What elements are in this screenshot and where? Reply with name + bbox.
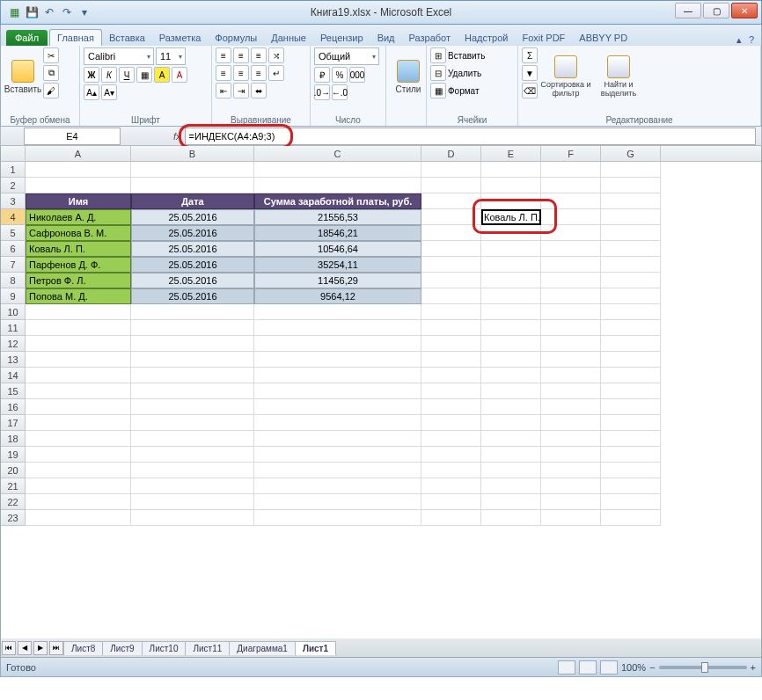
cell[interactable] — [481, 383, 541, 399]
cell[interactable] — [254, 510, 421, 526]
cell[interactable]: Парфенов Д. Ф. — [26, 257, 131, 273]
cell[interactable]: Дата — [131, 193, 254, 209]
cell[interactable] — [131, 352, 254, 368]
cell[interactable] — [601, 510, 661, 526]
cell[interactable] — [541, 336, 601, 352]
cell[interactable] — [421, 288, 481, 304]
font-color-button[interactable]: A — [172, 67, 187, 83]
border-button[interactable]: ▦ — [136, 67, 152, 83]
zoom-out-button[interactable]: − — [649, 662, 655, 673]
sheet-tab[interactable]: Диаграмма1 — [229, 641, 296, 655]
sheet-tab[interactable]: Лист10 — [142, 641, 187, 655]
cell[interactable] — [254, 494, 421, 510]
select-all-corner[interactable] — [1, 146, 26, 161]
cell[interactable] — [421, 431, 481, 447]
cell[interactable]: 25.05.2016 — [131, 288, 254, 304]
row-header[interactable]: 13 — [1, 352, 26, 368]
percent-icon[interactable]: % — [332, 67, 348, 83]
cell[interactable] — [421, 399, 481, 415]
cell[interactable] — [421, 352, 481, 368]
tab-abbyy[interactable]: ABBYY PD — [572, 30, 634, 46]
currency-icon[interactable]: ₽ — [314, 67, 330, 83]
cell[interactable] — [481, 193, 541, 209]
row-header[interactable]: 11 — [1, 320, 26, 336]
cell[interactable] — [26, 399, 131, 415]
tab-view[interactable]: Вид — [370, 30, 402, 46]
tab-data[interactable]: Данные — [264, 30, 313, 46]
sheet-tab-active[interactable]: Лист1 — [295, 641, 336, 655]
cell[interactable]: 25.05.2016 — [131, 225, 254, 241]
cell[interactable] — [131, 336, 254, 352]
cell[interactable] — [541, 431, 601, 447]
cell[interactable] — [254, 162, 421, 178]
cell[interactable] — [26, 162, 131, 178]
cell[interactable] — [421, 510, 481, 526]
row-header[interactable]: 4 — [1, 209, 26, 225]
copy-icon[interactable]: ⧉ — [43, 65, 59, 81]
align-right-icon[interactable]: ≡ — [251, 65, 267, 81]
number-format-combo[interactable]: Общий — [314, 47, 379, 65]
col-header-B[interactable]: B — [131, 146, 254, 161]
undo-icon[interactable]: ↶ — [41, 4, 57, 20]
row-header[interactable]: 14 — [1, 368, 26, 383]
cell[interactable]: Коваль Л. П. — [26, 241, 131, 257]
formula-bar[interactable]: =ИНДЕКС(A4:A9;3) — [185, 128, 756, 145]
cell[interactable] — [421, 178, 481, 193]
cell[interactable] — [541, 415, 601, 431]
tab-review[interactable]: Рецензир — [313, 30, 370, 46]
tab-developer[interactable]: Разработ — [402, 30, 458, 46]
cell[interactable] — [481, 178, 541, 193]
help-icon[interactable]: ? — [749, 34, 754, 46]
zoom-slider[interactable] — [659, 666, 747, 669]
cell[interactable] — [421, 225, 481, 241]
save-icon[interactable]: 💾 — [24, 4, 40, 20]
align-bottom-icon[interactable]: ≡ — [251, 47, 267, 63]
font-size-combo[interactable]: 11 — [156, 47, 186, 65]
cell[interactable] — [601, 478, 661, 494]
fill-color-button[interactable]: A — [154, 67, 170, 83]
cell[interactable] — [601, 257, 661, 273]
ribbon-minimize-icon[interactable]: ▴ — [736, 34, 742, 46]
cell[interactable] — [421, 257, 481, 273]
cell[interactable] — [421, 241, 481, 257]
cell[interactable] — [254, 336, 421, 352]
cell[interactable] — [421, 273, 481, 288]
decrease-decimal-icon[interactable]: ←.0 — [332, 84, 348, 100]
name-box[interactable]: E4 — [24, 128, 121, 145]
underline-button[interactable]: Ч — [119, 67, 135, 83]
cell[interactable] — [541, 162, 601, 178]
cell[interactable] — [254, 478, 421, 494]
bold-button[interactable]: Ж — [84, 67, 99, 83]
cell[interactable] — [601, 352, 661, 368]
comma-icon[interactable]: 000 — [349, 67, 365, 83]
row-header[interactable]: 2 — [1, 178, 26, 193]
cell[interactable] — [601, 463, 661, 478]
cell[interactable] — [541, 320, 601, 336]
row-header[interactable]: 19 — [1, 447, 26, 463]
row-header[interactable]: 3 — [1, 193, 26, 209]
cell[interactable]: Сафронова В. М. — [26, 225, 131, 241]
align-top-icon[interactable]: ≡ — [216, 47, 231, 63]
cell[interactable] — [541, 178, 601, 193]
cell[interactable] — [541, 510, 601, 526]
cell[interactable] — [421, 304, 481, 320]
row-header[interactable]: 22 — [1, 494, 26, 510]
col-header-E[interactable]: E — [481, 146, 541, 161]
row-header[interactable]: 1 — [1, 162, 26, 178]
cell[interactable]: Имя — [26, 193, 131, 209]
tab-formulas[interactable]: Формулы — [208, 30, 264, 46]
view-pagelayout-icon[interactable] — [579, 660, 597, 674]
cell[interactable] — [481, 510, 541, 526]
cell[interactable] — [601, 209, 661, 225]
autosum-icon[interactable]: Σ — [522, 47, 538, 63]
cell[interactable] — [481, 273, 541, 288]
cell[interactable] — [541, 399, 601, 415]
cell[interactable] — [601, 399, 661, 415]
sheet-tab[interactable]: Лист9 — [102, 641, 142, 655]
cell[interactable] — [601, 368, 661, 383]
cell[interactable] — [26, 304, 131, 320]
cell[interactable] — [26, 447, 131, 463]
cell[interactable] — [131, 510, 254, 526]
zoom-in-button[interactable]: + — [751, 662, 756, 673]
cell[interactable] — [26, 383, 131, 399]
